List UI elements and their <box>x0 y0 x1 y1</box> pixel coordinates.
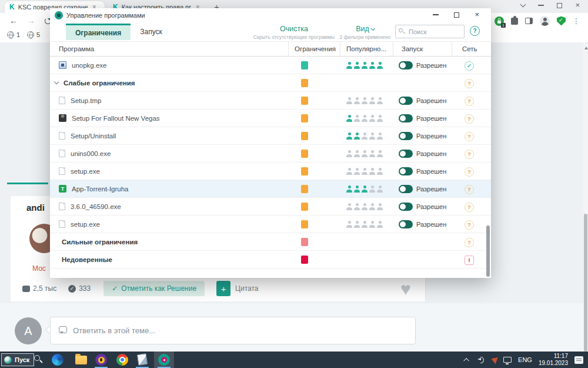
purple-app-icon[interactable] <box>95 354 107 366</box>
dialog-titlebar[interactable]: Управление программами × <box>50 8 491 22</box>
minimize-icon[interactable] <box>538 5 544 6</box>
network-question-icon[interactable]: ? <box>465 238 474 247</box>
column-network[interactable]: Сеть <box>452 42 491 56</box>
multiquote-button[interactable]: + <box>216 281 230 296</box>
tab-restrictions[interactable]: Ограничения <box>66 24 131 40</box>
forward-icon[interactable]: → <box>27 16 35 25</box>
clean-control[interactable]: Очистка Скрыть отсутствующие программы <box>253 25 335 40</box>
quote-button[interactable]: Цитата <box>235 284 258 293</box>
program-row[interactable]: Setup For Fallout New VegasРазрешен? <box>50 110 491 127</box>
volume-icon[interactable] <box>476 356 485 363</box>
column-launch[interactable]: Запуск <box>393 42 452 56</box>
program-row[interactable]: setup.exeРазрешен? <box>50 216 491 233</box>
column-program[interactable]: Программа <box>50 42 288 56</box>
doc-file-icon <box>59 167 65 175</box>
sidebar-icon[interactable] <box>525 18 533 24</box>
launch-toggle[interactable] <box>399 97 413 105</box>
launch-toggle[interactable] <box>399 61 413 69</box>
kaspersky-app-icon <box>55 11 63 19</box>
tray-expand-icon[interactable] <box>463 357 469 363</box>
program-row[interactable]: setup.exeРазрешен? <box>50 163 491 180</box>
taskbar-search-icon[interactable] <box>34 355 40 361</box>
start-button[interactable]: Пуск <box>1 353 34 366</box>
close-icon[interactable]: × <box>575 2 580 8</box>
program-row[interactable]: TApp-Torrent-IgruhaРазрешен? <box>50 180 491 198</box>
launch-toggle[interactable] <box>399 203 413 211</box>
chevron-collapse-icon[interactable] <box>54 79 59 84</box>
close-icon[interactable]: × <box>475 12 479 18</box>
launch-toggle[interactable] <box>399 114 413 122</box>
network-question-icon[interactable]: ? <box>465 132 474 141</box>
program-row[interactable]: unopkg.exeРазрешен✓ <box>50 57 491 74</box>
mark-as-solution-button[interactable]: ✓ Отметить как Решение <box>103 281 205 296</box>
protection-shield-icon[interactable]: ✓ <box>557 16 566 26</box>
program-row[interactable]: unins000.exeРазрешен? <box>50 145 491 163</box>
program-row[interactable]: Setup.tmpРазрешен? <box>50 92 491 110</box>
network-question-icon[interactable]: ? <box>465 97 474 106</box>
network-question-icon[interactable]: ? <box>465 150 474 159</box>
chrome-icon[interactable] <box>116 354 128 366</box>
restriction-cell <box>288 79 340 87</box>
language-indicator[interactable]: ENG <box>518 356 532 363</box>
start-orb-icon <box>4 356 12 364</box>
person-icon <box>361 132 368 140</box>
launch-toggle[interactable] <box>399 150 413 158</box>
profile-avatar-icon[interactable] <box>540 16 550 26</box>
column-restrictions[interactable]: Ограничения <box>288 42 340 56</box>
torrent-file-icon: T <box>59 185 66 193</box>
group-row[interactable]: Сильные ограничения? <box>50 233 491 251</box>
maximize-icon[interactable] <box>454 12 459 18</box>
launch-cell: Разрешен <box>393 203 452 211</box>
network-question-icon[interactable]: ? <box>465 79 474 88</box>
group-row[interactable]: Недоверенные! <box>50 251 491 268</box>
bookmark-item[interactable]: 5 <box>27 31 40 38</box>
network-question-icon[interactable]: ? <box>465 203 474 212</box>
help-icon[interactable]: ? <box>470 26 480 36</box>
popularity-cell <box>340 62 393 69</box>
kaspersky-extension-icon[interactable]: 1 <box>495 16 504 26</box>
network-question-icon[interactable]: ? <box>465 220 474 230</box>
extensions-puzzle-icon[interactable] <box>511 18 518 25</box>
notifications-icon[interactable] <box>574 356 583 364</box>
edge-icon[interactable] <box>52 354 64 366</box>
program-row[interactable]: 3.6.0_46590.exeРазрешен? <box>50 198 491 216</box>
notepad-app-icon[interactable] <box>137 353 148 366</box>
tab-search-icon[interactable] <box>520 2 526 8</box>
network-question-icon[interactable]: ? <box>465 114 474 124</box>
network-question-icon[interactable]: ? <box>465 167 474 177</box>
dialog-window-controls: × <box>433 12 479 18</box>
launch-toggle[interactable] <box>399 132 413 140</box>
reply-input[interactable] <box>50 317 416 344</box>
dialog-scrollbar-thumb[interactable] <box>486 226 490 277</box>
program-row[interactable]: Setup/UninstallРазрешен? <box>50 127 491 145</box>
page-scrollbar[interactable] <box>583 42 588 352</box>
view-control[interactable]: Вид 2 фильтра применено <box>337 25 393 40</box>
bookmark-item[interactable]: 1 <box>7 31 20 38</box>
network-question-icon[interactable]: ? <box>465 185 474 194</box>
dialog-search-input[interactable] <box>395 25 465 38</box>
clock[interactable]: 11:17 19.01.2023 <box>539 353 568 367</box>
column-popularity[interactable]: Популярно... <box>340 42 393 56</box>
tray-app-icon[interactable] <box>490 356 498 364</box>
network-icon[interactable] <box>503 357 512 363</box>
network-allowed-icon[interactable]: ✓ <box>465 61 474 71</box>
network-alert-icon[interactable]: ! <box>465 256 474 265</box>
scroll-up-arrow[interactable] <box>584 45 588 49</box>
kaspersky-taskbar-icon[interactable] <box>158 354 170 366</box>
browser-menu-icon[interactable]: ⋮ <box>573 17 580 25</box>
launch-toggle[interactable] <box>399 185 413 193</box>
launch-toggle[interactable] <box>399 220 413 228</box>
file-explorer-icon[interactable] <box>75 356 87 364</box>
kaspersky-favicon: K <box>9 3 15 11</box>
group-row[interactable]: Слабые ограничения? <box>50 74 491 92</box>
tab-launch[interactable]: Запуск <box>131 24 172 40</box>
minimize-icon[interactable] <box>433 14 439 15</box>
scrollbar-thumb[interactable] <box>584 214 587 352</box>
person-icon <box>346 203 353 210</box>
maximize-icon[interactable] <box>557 3 562 8</box>
program-name: Недоверенные <box>62 256 112 263</box>
like-heart-icon[interactable]: ♥ <box>400 279 411 299</box>
launch-toggle[interactable] <box>399 167 413 175</box>
launch-cell: Разрешен <box>393 185 452 193</box>
back-icon[interactable]: ← <box>9 16 18 25</box>
